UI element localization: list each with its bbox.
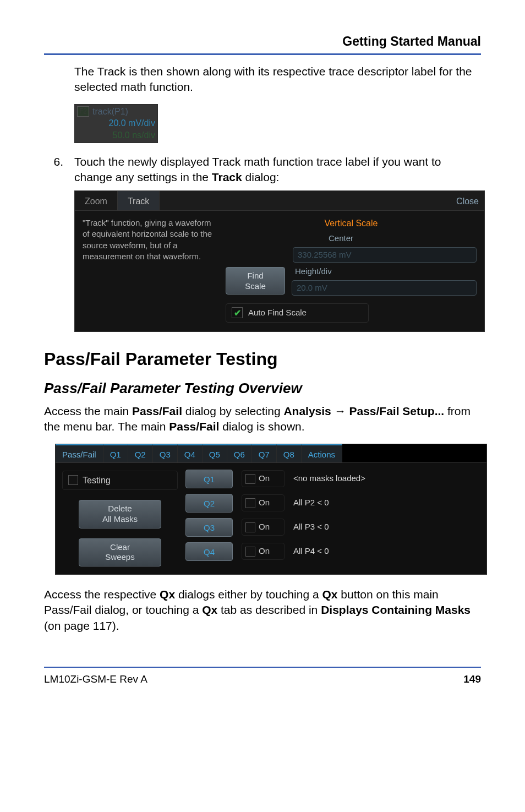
p3d: tab as described in	[217, 603, 321, 616]
p3b4: Displays Containing Masks	[321, 603, 471, 616]
subsection-heading: Pass/Fail Parameter Testing Overview	[44, 379, 481, 398]
p2d: dialog is shown.	[219, 420, 304, 433]
tab-q2[interactable]: Q2	[128, 444, 153, 462]
find-scale-line1: Find	[247, 271, 263, 280]
p3e: (on page 117).	[44, 619, 119, 632]
page-footer: LM10Zi-GSM-E Rev A 149	[44, 668, 481, 686]
center-label: Center	[293, 233, 353, 244]
section-heading: Pass/Fail Parameter Testing	[44, 347, 481, 371]
trace-descriptor: F2 track(P1) 20.0 mV/div 50.0 ns/div	[74, 104, 158, 143]
checkbox-icon	[245, 547, 255, 557]
on-label: On	[259, 546, 270, 557]
tab-q3[interactable]: Q3	[153, 444, 178, 462]
q3-button[interactable]: Q3	[185, 518, 233, 537]
delete-line1: Delete	[108, 504, 132, 513]
center-field[interactable]: 330.25568 mV	[293, 247, 477, 263]
p3b2: Qx	[322, 588, 337, 601]
clear-line2: Sweeps	[105, 552, 134, 562]
checkbox-icon	[245, 474, 255, 484]
trace-name: track(P1)	[92, 106, 128, 118]
checkbox-icon	[68, 475, 78, 485]
track-dialog: Zoom Track Close "Track" function, givin…	[74, 190, 485, 331]
p3b: dialogs either by touching a	[175, 588, 322, 601]
page-header: Getting Started Manual	[44, 33, 481, 52]
tab-passfail[interactable]: Pass/Fail	[56, 444, 103, 462]
q1-condition: <no masks loaded>	[293, 473, 392, 484]
p3a: Access the respective	[44, 588, 160, 601]
q3-condition: All P3 < 0	[293, 521, 392, 532]
checkmark-icon: ✔	[232, 307, 243, 318]
step-text-post: dialog:	[242, 171, 280, 183]
table-row: Q3 On All P3 < 0	[185, 518, 392, 537]
page-number: 149	[463, 672, 481, 686]
p2a: Access the main	[44, 405, 132, 417]
testing-label: Testing	[83, 475, 111, 487]
vertical-scale-label: Vertical Scale	[226, 217, 477, 230]
p2b3: Pass/Fail	[169, 420, 219, 433]
on-label: On	[259, 497, 270, 508]
step-number: 6.	[44, 154, 74, 186]
access-paragraph: Access the respective Qx dialogs either …	[44, 587, 481, 634]
step-text: Touch the newly displayed Track math fun…	[74, 154, 481, 186]
auto-find-scale-row[interactable]: ✔ Auto Find Scale	[226, 303, 369, 322]
trace-hdiv: 50.0 ns/div	[75, 129, 157, 143]
tab-q8[interactable]: Q8	[277, 444, 302, 462]
p2b1: Pass/Fail	[132, 405, 182, 417]
find-scale-button[interactable]: Find Scale	[226, 267, 285, 295]
delete-line2: All Masks	[102, 514, 138, 524]
close-button[interactable]: Close	[456, 191, 484, 210]
p2b: dialog by selecting	[182, 405, 283, 417]
q1-on-checkbox[interactable]: On	[242, 470, 285, 487]
clear-line1: Clear	[110, 542, 130, 552]
auto-find-scale-label: Auto Find Scale	[248, 307, 307, 318]
track-description: "Track" function, giving a waveform of e…	[83, 217, 226, 322]
q2-button[interactable]: Q2	[185, 494, 233, 513]
q4-condition: All P4 < 0	[293, 546, 392, 557]
tab-zoom[interactable]: Zoom	[75, 191, 118, 210]
header-rule	[44, 53, 481, 55]
passfail-tabbar: Pass/Fail Q1 Q2 Q3 Q4 Q5 Q6 Q7 Q8 Action…	[56, 444, 486, 463]
table-row: Q2 On All P2 < 0	[185, 494, 392, 513]
p3b1: Qx	[160, 588, 175, 601]
tab-track[interactable]: Track	[118, 191, 160, 210]
footer-left: LM10Zi-GSM-E Rev A	[44, 672, 147, 686]
q2-condition: All P2 < 0	[293, 497, 392, 508]
tab-q6[interactable]: Q6	[227, 444, 252, 462]
overview-paragraph: Access the main Pass/Fail dialog by sele…	[44, 404, 481, 435]
passfail-dialog: Pass/Fail Q1 Q2 Q3 Q4 Q5 Q6 Q7 Q8 Action…	[55, 444, 487, 575]
tab-q7[interactable]: Q7	[252, 444, 277, 462]
heightdiv-label: Height/div	[295, 266, 332, 277]
q4-button[interactable]: Q4	[185, 542, 233, 561]
step-text-bold: Track	[212, 171, 242, 183]
heightdiv-field[interactable]: 20.0 mV	[292, 280, 477, 296]
table-row: Q1 On <no masks loaded>	[185, 470, 392, 488]
clear-sweeps-button[interactable]: Clear Sweeps	[79, 538, 161, 567]
table-row: Q4 On All P4 < 0	[185, 542, 392, 561]
p2b2: Analysis → Pass/Fail Setup...	[283, 405, 444, 417]
trace-f2-badge: F2	[77, 106, 89, 116]
tab-bar: Zoom Track Close	[75, 191, 484, 211]
find-scale-line2: Scale	[245, 281, 266, 291]
intro-paragraph: The Track is then shown along with its r…	[74, 64, 481, 95]
delete-all-masks-button[interactable]: Delete All Masks	[79, 500, 161, 528]
tab-actions[interactable]: Actions	[302, 444, 342, 462]
on-label: On	[259, 473, 270, 484]
testing-checkbox[interactable]: Testing	[62, 471, 178, 491]
tab-q4[interactable]: Q4	[178, 444, 203, 462]
tab-q5[interactable]: Q5	[203, 444, 227, 462]
tab-q1[interactable]: Q1	[103, 444, 128, 462]
q3-on-checkbox[interactable]: On	[242, 519, 285, 535]
q1-button[interactable]: Q1	[185, 470, 233, 488]
checkbox-icon	[245, 522, 255, 532]
checkbox-icon	[245, 498, 255, 508]
p3b3: Qx	[202, 603, 217, 616]
q4-on-checkbox[interactable]: On	[242, 543, 285, 559]
on-label: On	[259, 521, 270, 532]
q2-on-checkbox[interactable]: On	[242, 494, 285, 511]
trace-vdiv: 20.0 mV/div	[75, 117, 157, 129]
